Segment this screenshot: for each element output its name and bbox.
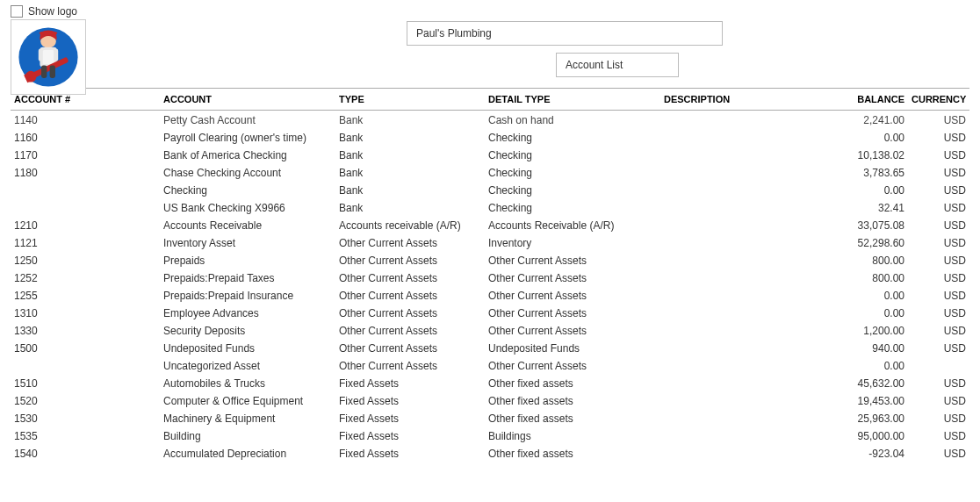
company-name-input[interactable] xyxy=(407,21,723,46)
col-header-type[interactable]: TYPE xyxy=(335,89,485,111)
currency-cell: USD xyxy=(908,182,969,199)
table-row[interactable]: 1330Security DepositsOther Current Asset… xyxy=(11,322,969,340)
balance-cell: 3,783.65 xyxy=(829,164,908,182)
detail-type-cell: Other fixed assets xyxy=(485,445,660,463)
table-row[interactable]: 1535BuildingFixed AssetsBuildings95,000.… xyxy=(11,427,969,445)
currency-cell: USD xyxy=(908,305,969,322)
type-cell: Other Current Assets xyxy=(335,252,485,269)
report-title-input[interactable] xyxy=(556,53,679,77)
table-row[interactable]: 1255Prepaids:Prepaid InsuranceOther Curr… xyxy=(11,287,969,305)
detail-type-cell: Checking xyxy=(485,182,660,199)
table-row[interactable]: Uncategorized AssetOther Current AssetsO… xyxy=(11,357,969,375)
account-num-cell xyxy=(11,199,160,217)
currency-cell: USD xyxy=(908,111,969,130)
balance-cell: 940.00 xyxy=(829,340,908,357)
table-row[interactable]: 1210Accounts ReceivableAccounts receivab… xyxy=(11,217,969,234)
description-cell xyxy=(660,322,829,340)
balance-cell: 33,075.08 xyxy=(829,217,908,234)
account-num-cell: 1500 xyxy=(11,340,160,357)
currency-cell xyxy=(908,357,969,375)
table-row[interactable]: US Bank Checking X9966BankChecking32.41U… xyxy=(11,199,969,217)
account-num-cell: 1160 xyxy=(11,129,160,147)
currency-cell: USD xyxy=(908,164,969,182)
type-cell: Accounts receivable (A/R) xyxy=(335,217,485,234)
table-row[interactable]: 1510Automobiles & TrucksFixed AssetsOthe… xyxy=(11,375,969,392)
table-row[interactable]: 1121Inventory AssetOther Current AssetsI… xyxy=(11,234,969,252)
balance-cell: 95,000.00 xyxy=(829,427,908,445)
currency-cell: USD xyxy=(908,340,969,357)
account-name-cell: Accumulated Depreciation xyxy=(160,445,335,463)
detail-type-cell: Buildings xyxy=(485,427,660,445)
currency-cell: USD xyxy=(908,129,969,147)
detail-type-cell: Inventory xyxy=(485,234,660,252)
col-header-account[interactable]: ACCOUNT xyxy=(160,89,335,111)
col-header-currency[interactable]: CURRENCY xyxy=(908,89,969,111)
description-cell xyxy=(660,305,829,322)
type-cell: Bank xyxy=(335,129,485,147)
detail-type-cell: Checking xyxy=(485,147,660,164)
description-cell xyxy=(660,269,829,287)
table-row[interactable]: 1180Chase Checking AccountBankChecking3,… xyxy=(11,164,969,182)
account-num-cell: 1250 xyxy=(11,252,160,269)
description-cell xyxy=(660,217,829,234)
account-num-cell: 1121 xyxy=(11,234,160,252)
currency-cell: USD xyxy=(908,427,969,445)
currency-cell: USD xyxy=(908,322,969,340)
account-num-cell: 1140 xyxy=(11,111,160,130)
balance-cell: 0.00 xyxy=(829,357,908,375)
table-row[interactable]: 1310Employee AdvancesOther Current Asset… xyxy=(11,305,969,322)
table-row[interactable]: 1540Accumulated DepreciationFixed Assets… xyxy=(11,445,969,463)
type-cell: Fixed Assets xyxy=(335,445,485,463)
detail-type-cell: Other fixed assets xyxy=(485,410,660,427)
currency-cell: USD xyxy=(908,269,969,287)
table-row[interactable]: 1250PrepaidsOther Current AssetsOther Cu… xyxy=(11,252,969,269)
detail-type-cell: Cash on hand xyxy=(485,111,660,130)
type-cell: Other Current Assets xyxy=(335,287,485,305)
type-cell: Fixed Assets xyxy=(335,410,485,427)
col-header-balance[interactable]: BALANCE xyxy=(829,89,908,111)
col-header-detail-type[interactable]: DETAIL TYPE xyxy=(485,89,660,111)
account-name-cell: Bank of America Checking xyxy=(160,147,335,164)
detail-type-cell: Other Current Assets xyxy=(485,357,660,375)
type-cell: Bank xyxy=(335,111,485,130)
detail-type-cell: Undeposited Funds xyxy=(485,340,660,357)
account-name-cell: Security Deposits xyxy=(160,322,335,340)
svg-rect-12 xyxy=(50,66,55,78)
account-num-cell xyxy=(11,357,160,375)
type-cell: Other Current Assets xyxy=(335,340,485,357)
detail-type-cell: Other Current Assets xyxy=(485,269,660,287)
show-logo-checkbox[interactable] xyxy=(11,5,23,18)
col-header-description[interactable]: DESCRIPTION xyxy=(660,89,829,111)
table-row[interactable]: CheckingBankChecking0.00USD xyxy=(11,182,969,199)
balance-cell: 0.00 xyxy=(829,129,908,147)
table-row[interactable]: 1500Undeposited FundsOther Current Asset… xyxy=(11,340,969,357)
balance-cell: 0.00 xyxy=(829,182,908,199)
detail-type-cell: Other Current Assets xyxy=(485,287,660,305)
company-logo[interactable] xyxy=(11,19,86,95)
detail-type-cell: Other Current Assets xyxy=(485,322,660,340)
table-row[interactable]: 1530Machinery & EquipmentFixed AssetsOth… xyxy=(11,410,969,427)
account-num-cell: 1210 xyxy=(11,217,160,234)
detail-type-cell: Checking xyxy=(485,129,660,147)
account-num-cell: 1255 xyxy=(11,287,160,305)
type-cell: Bank xyxy=(335,199,485,217)
account-name-cell: Uncategorized Asset xyxy=(160,357,335,375)
currency-cell: USD xyxy=(908,234,969,252)
type-cell: Fixed Assets xyxy=(335,392,485,410)
table-row[interactable]: 1252Prepaids:Prepaid TaxesOther Current … xyxy=(11,269,969,287)
account-num-cell: 1510 xyxy=(11,375,160,392)
svg-rect-4 xyxy=(43,50,54,64)
description-cell xyxy=(660,340,829,357)
description-cell xyxy=(660,147,829,164)
table-row[interactable]: 1140Petty Cash AccountBankCash on hand2,… xyxy=(11,111,969,130)
table-row[interactable]: 1520Computer & Office EquipmentFixed Ass… xyxy=(11,392,969,410)
currency-cell: USD xyxy=(908,199,969,217)
currency-cell: USD xyxy=(908,217,969,234)
description-cell xyxy=(660,445,829,463)
table-row[interactable]: 1170Bank of America CheckingBankChecking… xyxy=(11,147,969,164)
balance-cell: 19,453.00 xyxy=(829,392,908,410)
description-cell xyxy=(660,392,829,410)
description-cell xyxy=(660,375,829,392)
table-row[interactable]: 1160Payroll Clearing (owner's time)BankC… xyxy=(11,129,969,147)
description-cell xyxy=(660,287,829,305)
